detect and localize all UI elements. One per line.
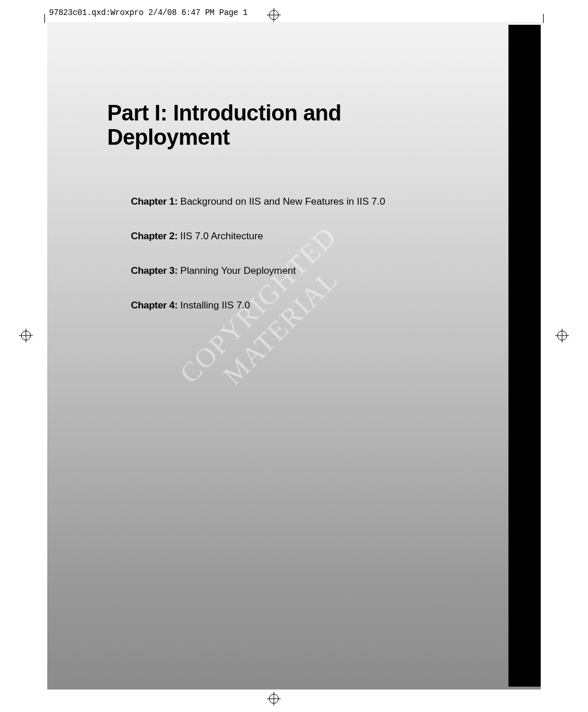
chapter-entry: Chapter 3: Planning Your Deployment [131,265,454,277]
chapter-list: Chapter 1: Background on IIS and New Fea… [131,196,454,334]
registration-mark-left-icon [19,329,33,342]
page-content: COPYRIGHTED MATERIAL Part I: Introductio… [47,22,541,690]
chapter-label: Chapter 1: [131,196,178,207]
print-header-slug: 97823c01.qxd:Wroxpro 2/4/08 6:47 PM Page… [49,8,247,17]
chapter-title: IIS 7.0 Architecture [178,231,263,242]
chapter-entry: Chapter 2: IIS 7.0 Architecture [131,231,454,242]
chapter-title: Installing IIS 7.0 [178,300,250,311]
registration-mark-top-icon [267,8,281,22]
crop-tick-top-right-icon [543,14,544,23]
part-title: Part I: Introduction and Deployment [107,101,430,150]
chapter-label: Chapter 2: [131,231,178,242]
registration-mark-right-icon [555,329,569,342]
chapter-entry: Chapter 4: Installing IIS 7.0 [131,300,454,311]
chapter-entry: Chapter 1: Background on IIS and New Fea… [131,196,454,208]
chapter-title: Planning Your Deployment [178,265,296,276]
chapter-label: Chapter 4: [131,300,178,311]
chapter-label: Chapter 3: [131,265,178,276]
crop-tick-top-left-icon [44,14,45,23]
registration-mark-bottom-icon [267,692,281,706]
chapter-title: Background on IIS and New Features in II… [178,196,385,207]
side-black-bar [508,25,541,687]
